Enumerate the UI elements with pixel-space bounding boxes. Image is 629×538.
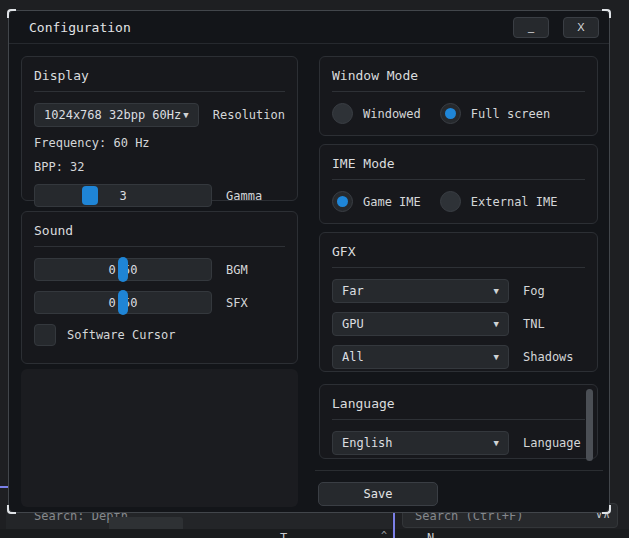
bgm-label: BGM [226, 263, 248, 277]
windowed-radio[interactable] [332, 103, 353, 124]
background-table-header-right: N [395, 529, 629, 538]
external-ime-label: External IME [471, 195, 558, 209]
divider [332, 419, 585, 420]
divider [332, 267, 585, 268]
divider [332, 91, 585, 92]
external-ime-radio[interactable] [440, 191, 461, 212]
gamma-slider-handle[interactable] [82, 186, 98, 205]
ime-mode-panel: IME Mode Game IME External IME [319, 144, 598, 224]
fog-value: Far [342, 284, 364, 298]
fog-dropdown[interactable]: Far ▼ [332, 279, 509, 303]
window-mode-title: Window Mode [332, 68, 585, 83]
sound-panel: Sound 0.50 BGM 0.50 SFX Software Cursor [21, 211, 298, 364]
sort-arrow-icon[interactable]: ^ [381, 530, 387, 538]
gfx-panel: GFX Far ▼ Fog GPU ▼ TNL All ▼ Shadows [319, 232, 598, 372]
divider [315, 470, 603, 471]
display-panel: Display 1024x768 32bpp 60Hz ▼ Resolution… [21, 56, 298, 201]
window-title: Configuration [29, 20, 131, 35]
fog-label: Fog [523, 284, 545, 298]
resize-corner-top-left[interactable] [7, 9, 16, 18]
full-screen-label: Full screen [471, 107, 550, 121]
save-button[interactable]: Save [318, 482, 438, 506]
background-toolbar-button[interactable] [109, 517, 183, 529]
resize-corner-top-right[interactable] [602, 9, 611, 18]
language-dropdown[interactable]: English ▼ [332, 431, 509, 455]
chevron-down-icon: ▼ [494, 319, 499, 329]
resolution-label: Resolution [213, 108, 285, 122]
language-panel-title: Language [332, 396, 585, 411]
game-ime-label: Game IME [363, 195, 421, 209]
background-table-header-left: T ^ [0, 529, 392, 538]
game-ime-radio[interactable] [332, 191, 353, 212]
sfx-slider-handle[interactable] [118, 290, 128, 315]
tnl-dropdown[interactable]: GPU ▼ [332, 312, 509, 336]
chevron-down-icon: ▼ [494, 438, 499, 448]
ime-mode-title: IME Mode [332, 156, 585, 171]
chevron-down-icon: ▼ [494, 286, 499, 296]
close-button[interactable]: X [563, 17, 599, 38]
shadows-dropdown[interactable]: All ▼ [332, 345, 509, 369]
display-panel-title: Display [34, 68, 285, 83]
divider [34, 91, 285, 92]
gamma-value: 3 [35, 185, 211, 206]
gamma-slider[interactable]: 3 [34, 184, 212, 207]
sfx-label: SFX [226, 296, 248, 310]
shadows-value: All [342, 350, 364, 364]
software-cursor-checkbox[interactable] [34, 324, 56, 346]
tnl-value: GPU [342, 317, 364, 331]
full-screen-radio[interactable] [440, 103, 461, 124]
bgm-slider[interactable]: 0.50 [34, 258, 212, 281]
chevron-down-icon: ▼ [183, 110, 188, 120]
gfx-panel-title: GFX [332, 244, 585, 259]
name-column-header[interactable]: N [427, 531, 434, 538]
resolution-dropdown[interactable]: 1024x768 32bpp 60Hz ▼ [34, 103, 199, 127]
gamma-label: Gamma [226, 189, 262, 203]
configuration-window: Configuration _ X Display 1024x768 32bpp… [8, 10, 610, 513]
left-column-empty-panel [21, 369, 298, 507]
title-bar[interactable]: Configuration _ X [9, 11, 609, 44]
sfx-slider[interactable]: 0.50 [34, 291, 212, 314]
type-column-header[interactable]: T [280, 531, 287, 538]
bgm-slider-handle[interactable] [118, 257, 128, 282]
language-label: Language [523, 436, 581, 450]
right-column-scrollbar[interactable] [586, 389, 593, 461]
language-value: English [342, 436, 393, 450]
minimize-button[interactable]: _ [513, 17, 549, 38]
sound-panel-title: Sound [34, 223, 285, 238]
software-cursor-label: Software Cursor [67, 328, 175, 342]
resize-corner-bottom-left[interactable] [7, 505, 16, 514]
resize-corner-bottom-right[interactable] [602, 505, 611, 514]
tnl-label: TNL [523, 317, 545, 331]
windowed-label: Windowed [363, 107, 421, 121]
resolution-value: 1024x768 32bpp 60Hz [44, 108, 181, 122]
divider [34, 246, 285, 247]
shadows-label: Shadows [523, 350, 574, 364]
frequency-text: Frequency: 60 Hz [34, 136, 285, 150]
window-mode-panel: Window Mode Windowed Full screen [319, 56, 598, 136]
chevron-down-icon: ▼ [494, 352, 499, 362]
divider [332, 179, 585, 180]
language-panel: Language English ▼ Language [319, 384, 598, 459]
bpp-text: BPP: 32 [34, 160, 285, 174]
